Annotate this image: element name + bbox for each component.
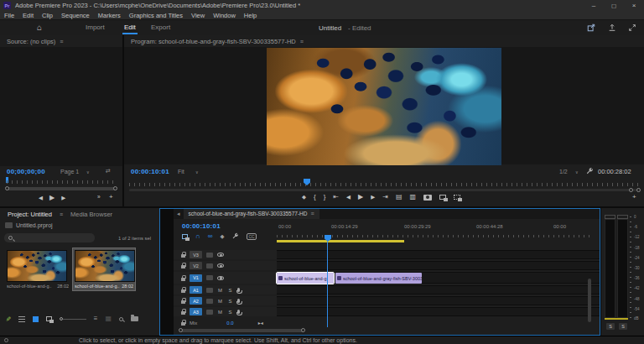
source-drag-icon[interactable]: ⇄ [106, 168, 111, 175]
track-a3-lane[interactable] [277, 307, 600, 316]
menu-file[interactable]: File [4, 12, 14, 19]
track-a2-lane[interactable] [277, 296, 600, 305]
source-play-icon[interactable]: ▶ [49, 195, 55, 201]
timeline-add-marker-icon[interactable]: ◆ [220, 233, 224, 240]
project-item-1-thumbnail[interactable] [7, 250, 67, 282]
source-patch-icon[interactable] [206, 253, 213, 258]
program-scroll-handle-right[interactable] [636, 188, 641, 192]
lock-icon[interactable] [181, 289, 185, 293]
source-timecode[interactable]: 00;00;00;00 [7, 168, 45, 175]
project-item-2[interactable]: school-of-blue-and-g.. 28:02 [73, 248, 135, 290]
source-scroll-handle-right[interactable] [113, 186, 117, 190]
program-ruler[interactable] [129, 183, 639, 186]
track-target-v1[interactable]: V1 [190, 274, 202, 282]
find-icon[interactable] [119, 317, 123, 321]
goto-in-icon[interactable]: ⇤ [333, 194, 339, 201]
program-resolution-select[interactable]: 1/2 [559, 169, 568, 175]
timeline-scroll-left-icon[interactable]: ◂ [177, 211, 180, 217]
lock-icon[interactable] [181, 311, 185, 315]
program-scroll-handle-left[interactable] [629, 188, 633, 192]
mark-out-icon[interactable]: } [324, 194, 326, 201]
source-ruler[interactable] [7, 180, 117, 184]
lock-icon[interactable] [181, 322, 185, 326]
source-panel-menu-icon[interactable]: ≡ [60, 39, 63, 44]
menu-edit[interactable]: Edit [23, 12, 34, 19]
zoom-slider[interactable] [60, 317, 86, 321]
program-add-button-icon[interactable]: + [632, 194, 636, 201]
step-back-icon[interactable]: ◀ [346, 195, 351, 201]
lock-icon[interactable] [181, 265, 185, 268]
menu-markers[interactable]: Markers [98, 12, 121, 19]
track-visibility-icon[interactable] [217, 276, 224, 280]
tab-edit[interactable]: Edit [122, 23, 138, 34]
fullscreen-icon[interactable] [627, 23, 637, 32]
menu-window[interactable]: Window [213, 12, 236, 19]
play-icon[interactable]: ▶ [358, 194, 363, 201]
linked-selection-icon[interactable]: ∞ [208, 232, 213, 240]
project-panel-menu-icon[interactable]: ≡ [60, 211, 63, 217]
source-step-back-icon[interactable]: ◀ [39, 195, 43, 201]
track-v2-lane[interactable] [277, 261, 600, 270]
timeline-timecode[interactable]: 00:00:10:01 [182, 222, 221, 230]
source-patch-icon[interactable] [206, 299, 213, 304]
tab-export[interactable]: Export [149, 23, 172, 31]
tab-media-browser[interactable]: Media Browser [68, 211, 115, 218]
source-scroll-handle-left[interactable] [5, 186, 9, 190]
source-patch-icon[interactable] [206, 275, 213, 280]
project-search-input[interactable] [4, 233, 95, 242]
program-video-frame[interactable] [267, 48, 501, 165]
timeline-ruler[interactable]: 00:00 00:00:14:29 00:00:29:29 00:00:44:2… [277, 220, 591, 243]
timeline-panel-menu-icon[interactable]: ≡ [311, 211, 314, 216]
source-add-button-icon[interactable]: + [109, 194, 113, 201]
program-panel-menu-icon[interactable]: ≡ [300, 39, 304, 44]
new-bin-icon[interactable] [131, 316, 138, 321]
track-target-a2[interactable]: A2 [190, 297, 202, 305]
close-button[interactable]: × [624, 0, 644, 11]
track-visibility-icon[interactable] [217, 253, 224, 257]
meter-solo-right-button[interactable]: S [619, 323, 627, 330]
source-patch-icon[interactable] [206, 288, 213, 293]
lift-icon[interactable]: ▤ [396, 194, 402, 201]
clip-1[interactable]: school-of-blue-and-g [277, 273, 334, 284]
track-v3-lane[interactable] [277, 250, 600, 259]
icon-view-icon[interactable] [33, 316, 39, 322]
source-patch-icon[interactable] [206, 263, 213, 268]
menu-help[interactable]: Help [244, 12, 257, 19]
project-item-2-name[interactable]: school-of-blue-and-g.. [75, 284, 120, 289]
track-a1-lane[interactable] [277, 285, 600, 294]
solo-button[interactable]: S [227, 299, 233, 304]
fit-toggle-icon[interactable]: ▸◂ [258, 320, 263, 326]
menu-view[interactable]: View [191, 12, 205, 19]
nest-sequence-icon[interactable] [182, 234, 188, 239]
project-item-1[interactable]: school-of-blue-and-g.. 28:02 [7, 250, 69, 289]
track-target-v2[interactable]: V2 [190, 262, 202, 269]
project-item-2-thumbnail[interactable] [75, 250, 135, 282]
mute-button[interactable]: M [217, 288, 223, 293]
menu-sequence[interactable]: Sequence [61, 12, 90, 19]
tab-project[interactable]: Project: Untitled [5, 211, 55, 218]
program-settings-wrench-icon[interactable] [585, 167, 594, 175]
automate-to-sequence-icon[interactable]: ▦ [105, 315, 112, 322]
list-view-icon[interactable] [18, 316, 25, 322]
tab-import[interactable]: Import [84, 23, 106, 31]
timeline-zoom-handle-right[interactable] [301, 328, 305, 332]
mute-button[interactable]: M [217, 310, 223, 315]
solo-button[interactable]: S [227, 310, 233, 315]
sort-icon[interactable]: ≡ [94, 315, 98, 322]
source-page-chevron-icon[interactable]: ∨ [86, 169, 90, 175]
timeline-sequence-tab[interactable]: school-of-blue-and-gray-fish-SBV-3003355… [184, 208, 319, 219]
snap-icon[interactable]: ∩ [195, 232, 200, 240]
timeline-sequence-name[interactable]: school-of-blue-and-gray-fish-SBV-3003355… [189, 211, 308, 216]
comparison-view-icon[interactable] [439, 195, 446, 200]
multi-camera-icon[interactable] [454, 195, 460, 200]
add-marker-icon[interactable]: ◆ [302, 195, 306, 201]
source-page-select[interactable]: Page 1 [60, 169, 79, 175]
solo-button[interactable]: S [227, 288, 233, 293]
writable-pencil-icon[interactable]: ✎ [4, 316, 11, 322]
menu-graphics-and-titles[interactable]: Graphics and Titles [129, 12, 183, 19]
track-target-a1[interactable]: A1 [190, 286, 202, 294]
source-patch-icon[interactable] [206, 310, 213, 315]
clip-2[interactable]: school-of-blue-and-gray-fish-SBV-3003355… [335, 273, 422, 284]
lock-icon[interactable] [181, 300, 185, 304]
captions-icon[interactable]: CC [247, 233, 256, 240]
